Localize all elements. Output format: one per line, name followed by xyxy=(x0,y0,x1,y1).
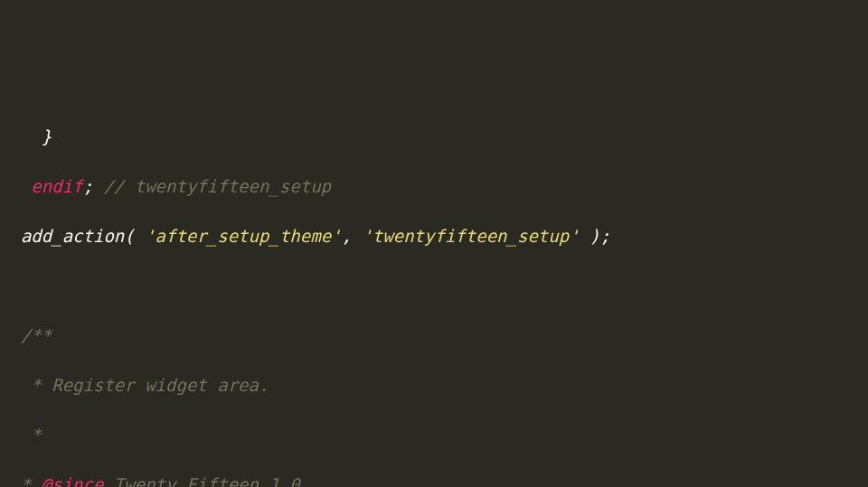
paren-close: ); xyxy=(580,226,610,246)
docblock-text: Twenty Fifteen 1.0 xyxy=(103,474,299,487)
comment: // twentyfifteen_setup xyxy=(103,176,331,196)
paren: ( xyxy=(124,226,145,246)
code-line: endif; // twentyfifteen_setup xyxy=(0,174,868,200)
code-editor: } endif; // twentyfifteen_setup add_acti… xyxy=(0,99,868,487)
semicolon: ; xyxy=(83,176,104,196)
code-line: add_action( 'after_setup_theme', 'twenty… xyxy=(0,224,868,249)
code-line: /** xyxy=(0,323,868,349)
docblock-line: * Register widget area. xyxy=(0,375,269,395)
comma: , xyxy=(342,226,363,246)
function-call: add_action xyxy=(0,226,124,246)
docblock-line: * xyxy=(0,425,42,445)
docblock-open: /** xyxy=(0,325,52,345)
brace: } xyxy=(0,126,52,146)
code-line: * @since Twenty Fifteen 1.0 xyxy=(0,473,868,487)
code-line: * Register widget area. xyxy=(0,373,868,398)
docblock-star: * xyxy=(0,474,42,487)
code-line xyxy=(0,274,868,299)
keyword-endif: endif xyxy=(0,176,83,196)
string: 'twentyfifteen_setup' xyxy=(362,226,579,246)
code-line: * xyxy=(0,423,868,448)
docblock-tag-since: @since xyxy=(42,474,104,487)
code-line: } xyxy=(0,125,868,150)
string: 'after_setup_theme' xyxy=(145,226,341,246)
